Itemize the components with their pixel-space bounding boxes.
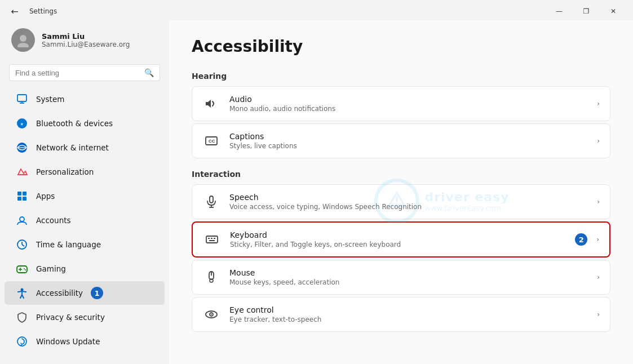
- privacy-icon: [16, 311, 28, 323]
- card-keyboard[interactable]: Keyboard Sticky, Filter, and Toggle keys…: [192, 221, 610, 258]
- bluetooth-icon: ⭒: [16, 117, 28, 130]
- sidebar-item-system[interactable]: System: [5, 87, 165, 111]
- network-icon: [16, 141, 28, 154]
- maximize-button[interactable]: ❐: [573, 3, 599, 20]
- audio-title: Audio: [229, 95, 588, 104]
- update-icon: [16, 335, 28, 348]
- user-email: Sammi.Liu@Easeware.org: [42, 41, 130, 48]
- svg-rect-10: [23, 192, 26, 196]
- audio-chevron: ›: [597, 100, 600, 108]
- section-header-interaction: Interaction: [192, 170, 610, 179]
- svg-rect-11: [17, 197, 21, 201]
- sidebar-label-update: Windows Update: [36, 337, 100, 346]
- svg-point-20: [24, 268, 25, 269]
- section-hearing: Hearing Audio Mono audio, audio notifica…: [192, 72, 610, 158]
- audio-icon: [202, 95, 220, 113]
- svg-point-13: [20, 217, 24, 221]
- sidebar-label-accounts: Accounts: [36, 216, 71, 225]
- eye-control-text: Eye control Eye tracker, text-to-speech: [229, 305, 588, 323]
- sidebar-label-privacy: Privacy & security: [36, 313, 105, 322]
- sidebar-label-system: System: [36, 95, 64, 104]
- titlebar: ← Settings — ❐ ✕: [0, 0, 633, 20]
- close-button[interactable]: ✕: [600, 3, 626, 20]
- mouse-desc: Mouse keys, speed, acceleration: [229, 278, 588, 286]
- app-title: Settings: [29, 7, 57, 15]
- speech-chevron: ›: [597, 198, 600, 206]
- minimize-button[interactable]: —: [546, 3, 572, 20]
- svg-rect-2: [17, 95, 26, 101]
- sidebar: Sammi Liu Sammi.Liu@Easeware.org 🔍 Syste…: [0, 20, 169, 364]
- keyboard-title: Keyboard: [230, 230, 566, 239]
- sidebar-item-update[interactable]: Windows Update: [5, 330, 165, 353]
- mouse-icon: [202, 268, 220, 286]
- mouse-chevron: ›: [597, 273, 600, 281]
- keyboard-badge: 2: [575, 233, 587, 246]
- card-captions[interactable]: CC Captions Styles, live captions ›: [192, 123, 610, 158]
- captions-icon: CC: [202, 132, 220, 150]
- window-controls: — ❐ ✕: [546, 3, 626, 20]
- svg-line-16: [22, 245, 24, 246]
- avatar: [11, 28, 35, 52]
- svg-point-21: [25, 269, 26, 270]
- keyboard-text: Keyboard Sticky, Filter, and Toggle keys…: [230, 230, 566, 248]
- search-icon: 🔍: [144, 68, 154, 77]
- sidebar-item-network[interactable]: Network & internet: [5, 136, 165, 159]
- accessibility-icon: [16, 287, 28, 299]
- card-audio[interactable]: Audio Mono audio, audio notifications ›: [192, 86, 610, 121]
- mouse-title: Mouse: [229, 268, 588, 277]
- sidebar-label-apps: Apps: [36, 192, 55, 201]
- card-mouse[interactable]: Mouse Mouse keys, speed, acceleration ›: [192, 260, 610, 295]
- mouse-text: Mouse Mouse keys, speed, acceleration: [229, 268, 588, 286]
- sidebar-label-network: Network & internet: [36, 143, 109, 152]
- sidebar-item-gaming[interactable]: Gaming: [5, 257, 165, 281]
- sidebar-label-personalization: Personalization: [36, 167, 94, 176]
- captions-chevron: ›: [597, 137, 600, 145]
- svg-text:CC: CC: [209, 139, 215, 144]
- captions-desc: Styles, live captions: [229, 142, 588, 150]
- keyboard-icon: [203, 230, 221, 248]
- eye-control-icon: [202, 305, 220, 323]
- svg-rect-30: [206, 236, 218, 243]
- captions-text: Captions Styles, live captions: [229, 132, 588, 150]
- svg-point-1: [17, 43, 29, 47]
- user-profile[interactable]: Sammi Liu Sammi.Liu@Easeware.org: [0, 20, 169, 60]
- accounts-icon: [16, 214, 28, 227]
- app-body: Sammi Liu Sammi.Liu@Easeware.org 🔍 Syste…: [0, 20, 633, 364]
- sidebar-item-personalization[interactable]: Personalization: [5, 160, 165, 184]
- back-button[interactable]: ←: [7, 3, 23, 19]
- svg-text:⭒: ⭒: [20, 119, 24, 128]
- sidebar-item-privacy[interactable]: Privacy & security: [5, 305, 165, 329]
- svg-rect-24: [206, 102, 208, 105]
- user-name: Sammi Liu: [42, 32, 130, 41]
- sidebar-label-accessibility: Accessibility: [36, 288, 83, 298]
- svg-rect-9: [17, 192, 21, 196]
- search-input[interactable]: [15, 69, 140, 77]
- svg-rect-12: [23, 197, 26, 201]
- captions-title: Captions: [229, 132, 588, 141]
- apps-icon: [16, 190, 28, 202]
- sidebar-item-bluetooth[interactable]: ⭒ Bluetooth & devices: [5, 112, 165, 135]
- sidebar-item-apps[interactable]: Apps: [5, 184, 165, 208]
- svg-rect-34: [209, 240, 215, 241]
- svg-rect-27: [210, 196, 213, 203]
- sidebar-item-accessibility[interactable]: Accessibility 1: [5, 281, 165, 305]
- time-icon: [16, 238, 28, 251]
- keyboard-desc: Sticky, Filter, and Toggle keys, on-scre…: [230, 241, 566, 248]
- card-speech[interactable]: Speech Voice access, voice typing, Windo…: [192, 184, 610, 219]
- card-eye-control[interactable]: Eye control Eye tracker, text-to-speech …: [192, 297, 610, 332]
- speech-desc: Voice access, voice typing, Windows Spee…: [229, 203, 588, 211]
- svg-rect-31: [208, 238, 210, 239]
- system-icon: [16, 93, 28, 105]
- search-box[interactable]: 🔍: [9, 64, 160, 81]
- sidebar-label-time: Time & language: [36, 240, 101, 249]
- page-title: Accessibility: [192, 37, 610, 56]
- accessibility-badge: 1: [91, 287, 103, 299]
- audio-desc: Mono audio, audio notifications: [229, 105, 588, 113]
- section-header-hearing: Hearing: [192, 72, 610, 81]
- audio-text: Audio Mono audio, audio notifications: [229, 95, 588, 113]
- svg-point-40: [211, 314, 212, 315]
- sidebar-item-accounts[interactable]: Accounts: [5, 208, 165, 232]
- sidebar-item-time[interactable]: Time & language: [5, 233, 165, 256]
- titlebar-left: ← Settings: [7, 3, 57, 19]
- sidebar-nav: System ⭒ Bluetooth & devices: [0, 87, 169, 354]
